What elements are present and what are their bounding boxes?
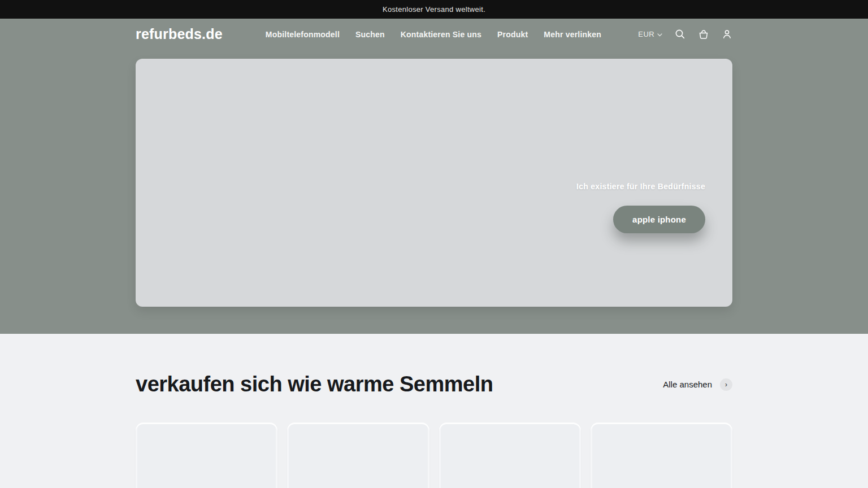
search-icon <box>675 29 685 40</box>
account-button[interactable] <box>722 29 732 40</box>
arrow-right-icon[interactable]: › <box>720 378 732 391</box>
nav-item-mehr-verlinken[interactable]: Mehr verlinken <box>544 30 601 39</box>
hero-section: refurbeds.de Mobiltelefonmodell Suchen K… <box>0 19 868 334</box>
products-section: verkaufen sich wie warme Semmeln Alle an… <box>0 334 868 488</box>
hero-caption: Ich existiere für Ihre Bedürfnisse <box>576 182 705 191</box>
product-card-placeholder[interactable] <box>136 422 277 488</box>
view-all-link[interactable]: Alle ansehen › <box>663 378 732 391</box>
cart-icon <box>698 29 709 40</box>
account-icon <box>722 29 732 40</box>
main-nav: Mobiltelefonmodell Suchen Kontaktieren S… <box>266 30 601 39</box>
site-header: refurbeds.de Mobiltelefonmodell Suchen K… <box>0 19 868 50</box>
hero-cta-button[interactable]: apple iphone <box>613 206 705 233</box>
site-logo[interactable]: refurbeds.de <box>136 26 223 42</box>
view-all-label: Alle ansehen <box>663 380 712 389</box>
currency-selector[interactable]: EUR <box>638 30 662 38</box>
chevron-down-icon <box>657 30 662 38</box>
currency-value: EUR <box>638 30 654 38</box>
search-button[interactable] <box>675 29 685 40</box>
product-card-placeholder[interactable] <box>439 422 581 488</box>
product-card-placeholder[interactable] <box>287 422 429 488</box>
nav-item-kontaktieren[interactable]: Kontaktieren Sie uns <box>401 30 481 39</box>
product-card-placeholder[interactable] <box>591 422 732 488</box>
announcement-text: Kostenloser Versand weltweit. <box>383 5 485 14</box>
nav-item-produkt[interactable]: Produkt <box>497 30 528 39</box>
nav-item-suchen[interactable]: Suchen <box>355 30 385 39</box>
hero-banner-image: Ich existiere für Ihre Bedürfnisse apple… <box>136 59 732 307</box>
nav-item-mobiltelefonmodell[interactable]: Mobiltelefonmodell <box>266 30 340 39</box>
announcement-bar: Kostenloser Versand weltweit. <box>0 0 868 19</box>
section-title: verkaufen sich wie warme Semmeln <box>136 372 493 396</box>
product-card-grid <box>136 422 732 488</box>
header-actions: EUR <box>638 29 732 40</box>
cart-button[interactable] <box>698 29 709 40</box>
products-header: verkaufen sich wie warme Semmeln Alle an… <box>136 372 732 396</box>
hero-overlay: Ich existiere für Ihre Bedürfnisse apple… <box>576 182 705 233</box>
